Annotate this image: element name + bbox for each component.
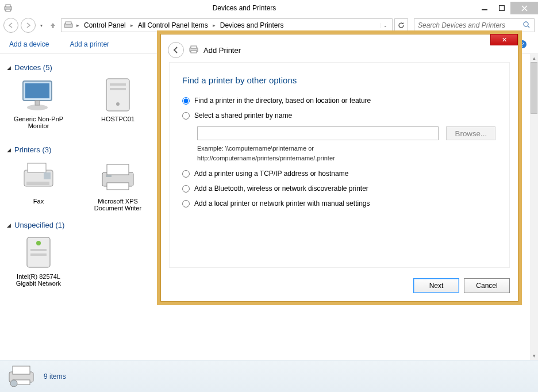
printer-item-xps[interactable]: Microsoft XPS Document Writer bbox=[86, 159, 149, 212]
nav-row: ▾ ▸ Control Panel ▸ All Control Panel It… bbox=[0, 16, 538, 34]
crumb-all-items[interactable]: All Control Panel Items bbox=[136, 20, 210, 30]
monitor-icon bbox=[18, 76, 59, 113]
item-label: Generic Non-PnP Monitor bbox=[7, 116, 70, 129]
nav-up-button[interactable] bbox=[47, 20, 59, 31]
collapse-icon: ◢ bbox=[7, 222, 11, 228]
printer-icon bbox=[189, 45, 199, 56]
fax-icon bbox=[18, 159, 59, 195]
svg-rect-24 bbox=[28, 163, 46, 172]
breadcrumb-separator-icon[interactable]: ▸ bbox=[212, 22, 217, 28]
svg-point-21 bbox=[116, 102, 120, 106]
next-button[interactable]: Next bbox=[413, 278, 459, 293]
svg-text:?: ? bbox=[521, 41, 524, 48]
option-local-label: Add a local printer or network printer w… bbox=[194, 199, 370, 207]
option-directory[interactable]: Find a printer in the directory, based o… bbox=[182, 97, 497, 105]
svg-rect-19 bbox=[110, 83, 126, 86]
wizard-heading: Find a printer by other options bbox=[182, 75, 497, 85]
group-label-unspecified: Unspecified (1) bbox=[14, 221, 64, 229]
svg-rect-15 bbox=[25, 83, 49, 98]
printer-app-icon bbox=[3, 3, 13, 13]
wizard-title: Add Printer bbox=[203, 46, 241, 55]
printer-item-fax[interactable]: Fax bbox=[7, 159, 70, 212]
add-device-link[interactable]: Add a device bbox=[9, 40, 49, 48]
item-label: Fax bbox=[33, 198, 44, 205]
radio-tcpip[interactable] bbox=[182, 170, 190, 178]
svg-rect-38 bbox=[13, 366, 30, 374]
maximize-button[interactable] bbox=[493, 2, 510, 14]
scroll-up-icon[interactable]: ▴ bbox=[530, 54, 538, 62]
device-item-hostpc[interactable]: HOSTPC01 bbox=[86, 76, 149, 136]
option-shared-name[interactable]: Select a shared printer by name bbox=[182, 112, 497, 120]
svg-point-7 bbox=[524, 22, 528, 26]
device-item-nic[interactable]: Intel(R) 82574L Gigabit Network bbox=[7, 234, 70, 287]
option-tcpip[interactable]: Add a printer using a TCP/IP address or … bbox=[182, 170, 497, 178]
window-close-button[interactable] bbox=[510, 2, 538, 14]
option-shared-name-label: Select a shared printer by name bbox=[194, 112, 292, 120]
search-icon[interactable] bbox=[522, 21, 531, 30]
collapse-icon: ◢ bbox=[7, 65, 11, 71]
wizard-back-button[interactable] bbox=[168, 42, 184, 58]
svg-rect-43 bbox=[191, 51, 197, 53]
radio-directory[interactable] bbox=[182, 97, 190, 105]
address-dropdown-icon[interactable]: ⌄ bbox=[381, 23, 390, 28]
breadcrumb-separator-icon[interactable]: ▸ bbox=[75, 22, 80, 28]
status-printer-icon bbox=[6, 364, 37, 389]
crumb-devices-printers[interactable]: Devices and Printers bbox=[218, 20, 286, 30]
svg-rect-28 bbox=[107, 164, 129, 175]
option-directory-label: Find a printer in the directory, based o… bbox=[194, 97, 371, 105]
svg-rect-20 bbox=[110, 88, 126, 90]
option-bluetooth-label: Add a Bluetooth, wireless or network dis… bbox=[194, 185, 368, 193]
scroll-down-icon[interactable]: ▾ bbox=[530, 352, 538, 360]
dialog-close-button[interactable]: ✕ bbox=[490, 34, 518, 45]
refresh-button[interactable] bbox=[394, 18, 408, 32]
nav-forward-button[interactable] bbox=[21, 18, 36, 33]
radio-bluetooth[interactable] bbox=[182, 185, 190, 193]
vertical-scrollbar[interactable]: ▴ ▾ bbox=[530, 54, 538, 360]
shared-name-row: Browse... bbox=[197, 126, 497, 140]
svg-rect-1 bbox=[6, 5, 10, 7]
svg-rect-17 bbox=[35, 101, 40, 105]
option-bluetooth[interactable]: Add a Bluetooth, wireless or network dis… bbox=[182, 185, 497, 193]
wizard-body: Find a printer by other options Find a p… bbox=[169, 62, 510, 268]
radio-local[interactable] bbox=[182, 200, 190, 207]
cancel-button[interactable]: Cancel bbox=[464, 278, 510, 293]
svg-point-34 bbox=[36, 241, 41, 245]
item-label: Intel(R) 82574L Gigabit Network bbox=[7, 273, 70, 287]
example-text: Example: \\computername\printername or h… bbox=[197, 144, 439, 163]
device-item-monitor[interactable]: Generic Non-PnP Monitor bbox=[7, 76, 70, 136]
search-input[interactable] bbox=[418, 21, 519, 29]
printer-name-input[interactable] bbox=[197, 126, 439, 140]
minimize-button[interactable] bbox=[476, 2, 493, 14]
address-bar[interactable]: ▸ Control Panel ▸ All Control Panel Item… bbox=[61, 18, 393, 32]
svg-rect-30 bbox=[106, 175, 112, 177]
pc-tower-icon bbox=[97, 76, 139, 113]
scrollbar-thumb[interactable] bbox=[531, 62, 537, 114]
wizard-buttons: Next Cancel bbox=[413, 278, 510, 293]
breadcrumb-separator-icon[interactable]: ▸ bbox=[129, 22, 134, 28]
radio-shared-name[interactable] bbox=[182, 112, 190, 120]
group-label-printers: Printers (3) bbox=[14, 145, 51, 154]
svg-rect-35 bbox=[30, 249, 47, 251]
printer-icon bbox=[97, 159, 139, 195]
status-text: 9 items bbox=[44, 372, 66, 381]
svg-rect-42 bbox=[191, 46, 197, 48]
item-label: Microsoft XPS Document Writer bbox=[86, 198, 149, 212]
add-printer-link[interactable]: Add a printer bbox=[70, 40, 109, 48]
svg-rect-6 bbox=[66, 22, 71, 24]
svg-rect-26 bbox=[26, 182, 49, 185]
status-bar: 9 items bbox=[0, 360, 538, 392]
search-box[interactable] bbox=[414, 18, 535, 32]
option-tcpip-label: Add a printer using a TCP/IP address or … bbox=[194, 170, 348, 178]
browse-button[interactable]: Browse... bbox=[446, 126, 495, 140]
group-label-devices: Devices (5) bbox=[14, 63, 52, 72]
svg-rect-4 bbox=[499, 6, 505, 11]
svg-rect-2 bbox=[6, 9, 10, 11]
collapse-icon: ◢ bbox=[7, 147, 11, 153]
svg-point-40 bbox=[10, 380, 17, 387]
crumb-control-panel[interactable]: Control Panel bbox=[82, 20, 128, 30]
add-printer-dialog: ✕ Add Printer Find a printer by other op… bbox=[160, 34, 518, 302]
option-local[interactable]: Add a local printer or network printer w… bbox=[182, 199, 497, 207]
nic-icon bbox=[18, 234, 59, 271]
nav-back-button[interactable] bbox=[3, 18, 18, 33]
nav-history-dropdown[interactable]: ▾ bbox=[38, 23, 45, 28]
